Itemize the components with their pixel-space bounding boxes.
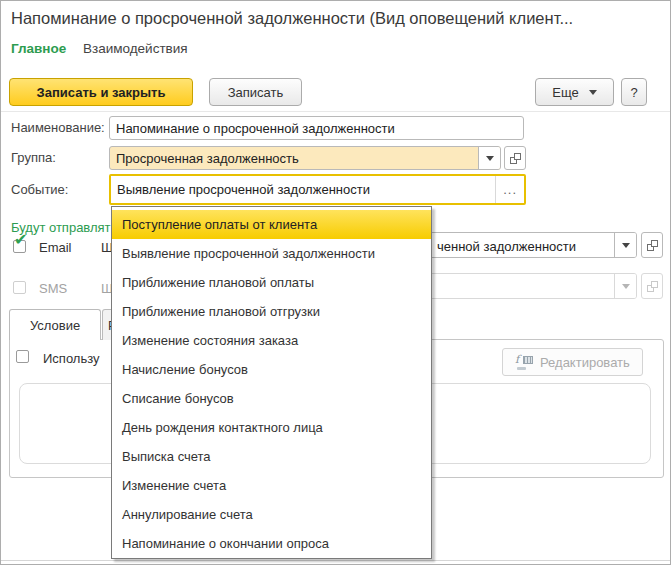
group-dropdown-button[interactable] [479,147,500,169]
event-label: Событие: [11,182,68,197]
tab-condition[interactable]: Условие [9,309,101,340]
name-value: Напоминание о просроченной задолженности [110,121,401,136]
edit-condition-label: Редактировать [540,355,630,370]
dropdown-item[interactable]: Напоминание о окончании опроса [112,529,431,558]
name-label: Наименование: [11,120,105,135]
email-template-value: ченной задолженности [437,239,576,254]
window-bottom-separator [1,560,671,561]
dropdown-item[interactable]: Изменение состояния заказа [112,326,431,355]
use-condition-checkbox[interactable] [16,350,29,363]
nav-tab-main[interactable]: Главное [11,41,66,56]
chevron-down-icon [622,284,630,289]
more-button-label: Еще [552,85,578,100]
dropdown-item[interactable]: Выявление просроченной задолженности [112,239,431,268]
group-open-button[interactable] [504,146,526,170]
sms-label: SMS [39,281,67,296]
dropdown-item[interactable]: Аннулирование счета [112,500,431,529]
dropdown-item[interactable]: День рождения контактного лица [112,413,431,442]
dropdown-item[interactable]: Начисление бонусов [112,355,431,384]
chevron-down-icon [622,243,630,248]
email-open-button[interactable] [641,232,663,258]
event-choose-button[interactable]: ... [496,182,524,197]
email-dropdown-button[interactable] [615,233,636,257]
use-condition-label: Использу [43,351,100,366]
dropdown-item[interactable]: Выписка счета [112,442,431,471]
open-value-icon [647,281,658,292]
email-label: Email [39,240,72,255]
save-and-close-button[interactable]: Записать и закрыть [9,78,193,106]
more-button[interactable]: Еще [535,78,614,106]
open-value-icon [647,240,658,251]
dropdown-item[interactable]: Изменение счета [112,471,431,500]
name-input[interactable]: Напоминание о просроченной задолженности [109,116,524,140]
open-value-icon [510,153,521,164]
chevron-down-icon [486,156,494,161]
dropdown-item[interactable]: Приближение плановой оплаты [112,268,431,297]
notification-kind-window: Напоминание о просроченной задолженности… [0,0,671,565]
chevron-down-icon [589,90,597,95]
formula-edit-icon: f [515,355,533,370]
sms-checkbox[interactable] [13,281,26,294]
page-title: Напоминание о просроченной задолженности… [11,9,663,28]
group-value: Просроченная задолженность [110,151,478,166]
group-label: Группа: [11,150,56,165]
send-channels-heading: Будут отправлят [11,220,111,235]
help-button[interactable]: ? [621,78,647,106]
dropdown-item[interactable]: Списание бонусов [112,384,431,413]
dropdown-item[interactable]: Приближение плановой отгрузки [112,297,431,326]
sms-open-button [641,273,663,299]
nav-tab-interactions[interactable]: Взаимодействия [83,41,188,56]
dropdown-item[interactable]: Поступление оплаты от клиента [112,210,431,239]
sms-dropdown-button [615,274,636,298]
save-button[interactable]: Записать [209,78,302,106]
email-checkbox[interactable] [13,240,26,253]
event-dropdown-list: Поступление оплаты от клиента Выявление … [111,206,432,559]
group-input[interactable]: Просроченная задолженность [109,146,501,170]
event-value: Выявление просроченной задолженности [111,182,495,197]
event-input[interactable]: Выявление просроченной задолженности ... [109,174,526,205]
edit-condition-button[interactable]: f Редактировать [502,348,643,376]
toolbar-separator [1,111,671,112]
